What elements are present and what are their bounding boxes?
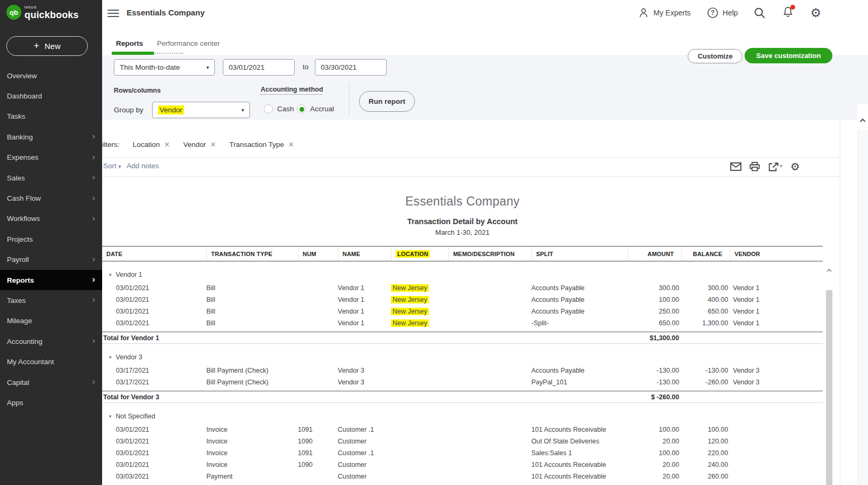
tab-performance-center[interactable]: Performance center [157, 39, 220, 47]
cell-amount: 650.00 [628, 319, 681, 327]
cell-location: New Jersey [391, 319, 448, 327]
sidebar-item-label: Payroll [7, 256, 29, 264]
cell-vendor: Vendor 1 [730, 308, 823, 315]
cell-type: Bill [206, 296, 298, 303]
date-from-input[interactable] [223, 59, 295, 76]
table-row[interactable]: 03/01/2021Invoice1091Customer .1Sales:Sa… [102, 447, 823, 459]
filter-chip: Location✕ [133, 141, 170, 149]
group-name: Not Specified [116, 413, 155, 420]
sidebar-item-projects[interactable]: Projects [0, 229, 102, 249]
cell-type: Bill Payment (Check) [206, 367, 298, 374]
table-row[interactable]: 03/01/2021Invoice1090Customer101 Account… [102, 459, 823, 471]
page-scroll-up-icon[interactable] [857, 118, 868, 122]
cell-name: Customer .1 [338, 449, 391, 457]
cell-amount: 300.00 [628, 284, 681, 292]
group-total-label: Total for Vendor 3 [102, 393, 628, 401]
add-notes-link[interactable]: Add notes [127, 162, 159, 170]
page-scrollbar-track[interactable] [857, 130, 868, 485]
help-button[interactable]: ? Help [707, 7, 738, 19]
collapse-caret-icon: ▾ [109, 414, 112, 419]
sidebar-item-apps[interactable]: Apps [0, 392, 102, 413]
sidebar-item-accounting[interactable]: Accounting› [0, 331, 102, 351]
column-header-num: NUM [298, 246, 338, 261]
page-scrollbar[interactable] [857, 104, 868, 485]
customize-button[interactable]: Customize [688, 49, 742, 63]
group-header-row[interactable]: ▾Vendor 3 [102, 349, 823, 365]
column-header-split: SPLIT [531, 246, 628, 261]
notifications-button[interactable] [782, 6, 794, 20]
report-settings-gear-icon[interactable]: ⚙ [790, 161, 800, 172]
table-row[interactable]: 03/17/2021Bill Payment (Check)Vendor 3Ac… [102, 365, 823, 376]
cell-date: 03/01/2021 [102, 319, 206, 327]
table-row[interactable]: 03/17/2021Bill Payment (Check)Vendor 3Pa… [102, 376, 823, 388]
cell-name: Vendor 1 [338, 308, 391, 315]
cell-vendor: Vendor 1 [730, 296, 823, 303]
cell-name: Vendor 3 [338, 367, 391, 374]
run-report-button[interactable]: Run report [359, 91, 415, 112]
report-title: Transaction Detail by Account [102, 217, 823, 226]
sidebar-item-label: Sales [7, 174, 25, 182]
accrual-radio[interactable]: Accrual [297, 104, 334, 113]
table-scrollbar-thumb[interactable] [826, 290, 832, 485]
cash-label: Cash [277, 105, 294, 113]
sidebar-item-label: Expenses [7, 153, 38, 161]
remove-filter-icon[interactable]: ✕ [164, 141, 170, 149]
cell-num: 1091 [298, 449, 338, 457]
tab-reports[interactable]: Reports [116, 39, 143, 47]
sidebar-item-expenses[interactable]: Expenses› [0, 147, 102, 168]
group-header-row[interactable]: ▾Not Specified [102, 408, 823, 424]
save-customization-button[interactable]: Save customization [745, 48, 832, 63]
cash-radio[interactable]: Cash [264, 104, 294, 113]
table-row[interactable]: 03/01/2021Invoice1091Customer .1101 Acco… [102, 424, 823, 435]
sidebar-item-payroll[interactable]: Payroll› [0, 250, 102, 270]
remove-filter-icon[interactable]: ✕ [288, 141, 294, 149]
sidebar-item-dashboard[interactable]: Dashboard [0, 86, 102, 106]
sidebar-item-mileage[interactable]: Mileage [0, 311, 102, 331]
column-header-transaction-type: TRANSACTION TYPE [206, 246, 298, 261]
sidebar-item-cash-flow[interactable]: Cash Flow› [0, 188, 102, 208]
cell-type: Bill [206, 284, 298, 292]
new-button[interactable]: + New [6, 36, 88, 56]
cell-balance: 650.00 [681, 308, 730, 315]
cell-split: 101 Accounts Receivable [531, 461, 628, 468]
cell-type: Bill [206, 319, 298, 327]
sidebar-item-overview[interactable]: Overview [0, 65, 102, 86]
date-preset-select[interactable]: This Month-to-date ▾ [114, 59, 215, 76]
table-scrollbar[interactable] [825, 266, 833, 485]
sidebar-item-tasks[interactable]: Tasks [0, 106, 102, 127]
group-header-row[interactable]: ▾Vendor 1 [102, 267, 823, 282]
sidebar-item-label: Reports [7, 276, 34, 284]
sidebar-item-banking[interactable]: Banking› [0, 127, 102, 147]
filter-chip: Vendor✕ [183, 141, 216, 149]
table-row[interactable]: 03/01/2021BillVendor 1New Jersey-Split-6… [102, 317, 823, 329]
table-row[interactable]: 03/01/2021Invoice1090CustomerOut Of Stat… [102, 435, 823, 447]
email-icon[interactable] [730, 162, 741, 171]
collapse-caret-icon: ▾ [109, 355, 112, 360]
settings-gear-icon[interactable]: ⚙ [810, 7, 821, 19]
hamburger-menu-icon[interactable] [107, 7, 119, 19]
cell-date: 03/01/2021 [102, 284, 206, 292]
export-dropdown[interactable]: ▾ [768, 162, 782, 171]
date-to-input[interactable] [315, 59, 387, 76]
sidebar-item-reports[interactable]: Reports› [0, 270, 102, 290]
sidebar-item-my-accountant[interactable]: My Accountant [0, 351, 102, 372]
my-experts-button[interactable]: My Experts [638, 7, 691, 19]
svg-text:?: ? [711, 9, 714, 17]
table-row[interactable]: 03/01/2021BillVendor 1New JerseyAccounts… [102, 294, 823, 306]
sidebar-item-sales[interactable]: Sales› [0, 168, 102, 188]
cell-type: Invoice [206, 426, 298, 433]
cell-amount: 20.00 [628, 438, 681, 445]
sidebar-item-workflows[interactable]: Workflows› [0, 209, 102, 229]
scroll-up-icon[interactable] [825, 266, 833, 275]
sidebar-item-capital[interactable]: Capital› [0, 372, 102, 392]
cell-name: Vendor 1 [338, 284, 391, 292]
sidebar-item-taxes[interactable]: Taxes› [0, 290, 102, 310]
table-row[interactable]: 03/01/2021BillVendor 1New JerseyAccounts… [102, 282, 823, 294]
group-by-select[interactable]: Vendor ▾ [152, 102, 250, 118]
print-icon[interactable] [749, 162, 760, 171]
table-row[interactable]: 03/01/2021BillVendor 1New JerseyAccounts… [102, 306, 823, 317]
sort-dropdown[interactable]: Sort ▾ [103, 162, 121, 170]
remove-filter-icon[interactable]: ✕ [210, 141, 216, 149]
table-row[interactable]: 03/03/2021PaymentCustomer101 Accounts Re… [102, 471, 823, 482]
search-icon[interactable] [754, 7, 766, 19]
